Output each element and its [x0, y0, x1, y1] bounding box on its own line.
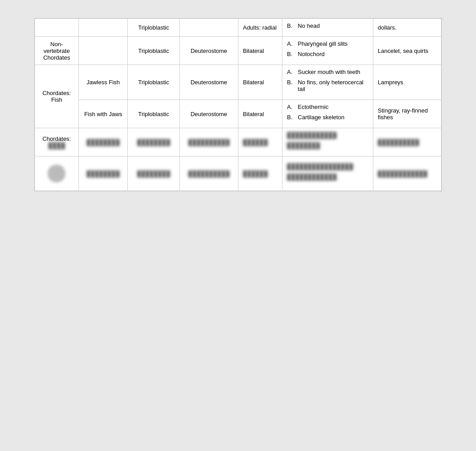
table-row: Non-vertebrate Chordates Triploblastic D… — [35, 37, 441, 65]
table-row: Chordates:Fish Jawless Fish Triploblasti… — [35, 65, 441, 100]
coelom-cell: Deuterostome — [180, 65, 238, 100]
sub-group-cell-blurred-2: ████████ — [78, 156, 128, 191]
outer-group-cell-blurred: Chordates:████ — [35, 128, 79, 156]
sub-group-cell — [78, 37, 128, 65]
features-blurred-2: ████████████████ ████████████ — [282, 156, 373, 191]
fish-with-jaws-label: Fish with Jaws — [84, 111, 122, 117]
examples-blurred-2: ████████████ — [373, 156, 441, 191]
examples-cell: dollars. — [373, 19, 441, 37]
coelom-cell: Deuterostome — [180, 37, 238, 65]
feature-b-label: B. — [287, 79, 296, 86]
blurred-sub: ████████ — [87, 139, 120, 146]
coelom-blurred-2: ██████████ — [180, 156, 238, 191]
feature-a-label: A. — [287, 40, 296, 47]
sub-group-cell: Jawless Fish — [78, 65, 128, 100]
blurred-ex: ██████████ — [378, 139, 419, 146]
feature-text-b: No head — [298, 22, 320, 29]
blurred-avatar — [48, 165, 65, 182]
feature-b-label: B. — [287, 51, 296, 57]
table-row: Triploblastic Adults: radial B. No head … — [35, 19, 441, 37]
bilateral-cell: Bilateral — [238, 65, 282, 100]
symmetry-blurred: ████████ — [128, 128, 180, 156]
features-blurred: ████████████ ████████ — [282, 128, 373, 156]
feature-a-text: Pharyngeal gill slits — [298, 40, 347, 47]
feature-a-text: Ectothermic — [298, 104, 329, 110]
chordates-fish-label: Chordates:Fish — [43, 90, 71, 103]
table-row-blurred: Chordates:████ ████████ ████████ ███████… — [35, 128, 441, 156]
coelom-blurred: ██████████ — [180, 128, 238, 156]
biology-table: Triploblastic Adults: radial B. No head … — [34, 18, 442, 191]
feature-b-text: Notochord — [298, 51, 325, 57]
bilateral-blurred-2: ██████ — [238, 156, 282, 191]
jawless-fish-label: Jawless Fish — [87, 79, 120, 86]
blurred-ex-2: ████████████ — [378, 170, 428, 177]
blurred-sub-2: ████████ — [87, 170, 120, 177]
features-cell: A. Pharyngeal gill slits B. Notochord — [282, 37, 373, 65]
bilateral-blurred: ██████ — [238, 128, 282, 156]
symmetry-type-cell: Triploblastic — [128, 100, 180, 128]
examples-blurred: ██████████ — [373, 128, 441, 156]
symmetry-type-cell: Triploblastic — [128, 37, 180, 65]
coelom-cell — [180, 19, 238, 37]
outer-label: Non-vertebrate Chordates — [43, 41, 70, 61]
blurred-coel-2: ██████████ — [188, 170, 229, 177]
outer-group-cell: Non-vertebrate Chordates — [35, 37, 79, 65]
feature-b-label: B. — [287, 114, 296, 121]
coelom-cell: Deuterostome — [180, 100, 238, 128]
feature-b-text: No fins, only heterocercal tail — [298, 79, 368, 92]
blurred-bil-2: ██████ — [243, 170, 268, 177]
sub-group-cell-blurred: ████████ — [78, 128, 128, 156]
outer-group-cell: Chordates:Fish — [35, 65, 79, 128]
chordates-label-blurred: Chordates:████ — [43, 135, 71, 149]
blurred-bil: ██████ — [243, 139, 268, 146]
outer-group-cell-blurred-2 — [35, 156, 79, 191]
examples-cell: Lampreys — [373, 65, 441, 100]
symmetry-type-cell: Triploblastic — [128, 19, 180, 37]
bilateral-cell: Bilateral — [238, 100, 282, 128]
features-cell: A. Sucker mouth with teeth B. No fins, o… — [282, 65, 373, 100]
blurred-feat-b-2: ████████████ — [287, 173, 337, 180]
blurred-feat-b: ████████ — [287, 142, 320, 149]
blurred-sym-2: ████████ — [137, 170, 170, 177]
feature-a-text: Sucker mouth with teeth — [298, 69, 360, 75]
blurred-sym: ████████ — [137, 139, 170, 146]
feature-a-label: A. — [287, 69, 296, 75]
symmetry-type-cell: Triploblastic — [128, 65, 180, 100]
table-row: Fish with Jaws Triploblastic Deuterostom… — [35, 100, 441, 128]
bilateral-text: Adults: radial — [243, 24, 277, 31]
feature-label-b: B. — [287, 22, 296, 29]
blurred-subtext: ████ — [48, 142, 65, 149]
symmetry-blurred-2: ████████ — [128, 156, 180, 191]
blurred-feat-a-2: ████████████████ — [287, 163, 353, 170]
bilateral-cell: Bilateral — [238, 37, 282, 65]
bilateral-cell: Adults: radial — [238, 19, 282, 37]
blurred-coel: ██████████ — [188, 139, 229, 146]
sub-group-cell: Fish with Jaws — [78, 100, 128, 128]
sub-group-cell — [78, 19, 128, 37]
feature-a-label: A. — [287, 104, 296, 110]
features-cell: B. No head — [282, 19, 373, 37]
examples-cell: Stingray, ray-finned fishes — [373, 100, 441, 128]
feature-b-text: Cartilage skeleton — [298, 114, 344, 121]
features-cell: A. Ectothermic B. Cartilage skeleton — [282, 100, 373, 128]
examples-cell: Lancelet, sea quirts — [373, 37, 441, 65]
blurred-feat-a: ████████████ — [287, 132, 337, 139]
table-row-blurred-2: ████████ ████████ ██████████ ██████ ████… — [35, 156, 441, 191]
outer-group-cell — [35, 19, 79, 37]
